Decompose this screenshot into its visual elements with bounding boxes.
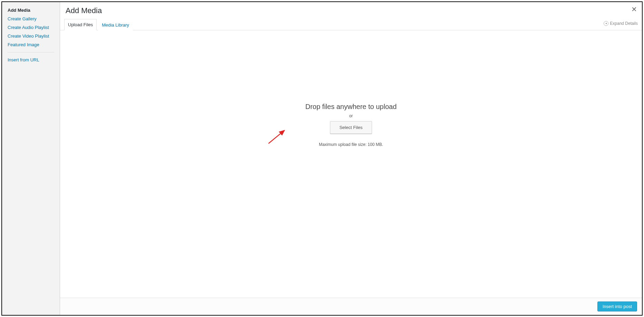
modal-footer: Insert into post	[60, 298, 642, 315]
upload-area[interactable]: Drop files anywhere to upload or Select …	[60, 30, 642, 298]
media-sidebar: Add Media Create Gallery Create Audio Pl…	[2, 2, 60, 315]
expand-details-label: Expand Details	[610, 21, 638, 26]
expand-arrow-icon: ◂	[604, 21, 608, 26]
tab-media-library[interactable]: Media Library	[98, 19, 133, 30]
tab-upload-files[interactable]: Upload Files	[64, 19, 97, 30]
insert-into-post-button[interactable]: Insert into post	[597, 301, 637, 311]
annotation-arrow-icon	[267, 128, 288, 145]
page-title: Add Media	[66, 6, 102, 15]
sidebar-item-create-audio-playlist[interactable]: Create Audio Playlist	[8, 25, 49, 30]
sidebar-item-create-video-playlist[interactable]: Create Video Playlist	[8, 33, 49, 39]
svg-line-1	[269, 130, 284, 143]
drop-or-label: or	[349, 113, 353, 118]
sidebar-list-below: Insert from URL	[8, 57, 54, 62]
sidebar-item-featured-image[interactable]: Featured Image	[8, 42, 39, 47]
expand-details-toggle[interactable]: ◂ Expand Details	[604, 21, 638, 28]
sidebar-separator	[8, 52, 54, 52]
main-header: Add Media ✕	[60, 2, 642, 19]
sidebar-heading: Add Media	[8, 8, 54, 13]
drop-instruction: Drop files anywhere to upload	[305, 103, 397, 111]
add-media-modal: Add Media Create Gallery Create Audio Pl…	[1, 1, 643, 316]
sidebar-list: Create Gallery Create Audio Playlist Cre…	[8, 16, 54, 47]
main-panel: Add Media ✕ Upload Files Media Library ◂…	[60, 2, 642, 315]
sidebar-item-create-gallery[interactable]: Create Gallery	[8, 16, 37, 21]
close-button[interactable]: ✕	[629, 4, 639, 14]
select-files-button[interactable]: Select Files	[330, 121, 372, 134]
sidebar-item-insert-from-url[interactable]: Insert from URL	[8, 57, 39, 62]
close-icon: ✕	[631, 6, 637, 13]
tab-row: Upload Files Media Library ◂ Expand Deta…	[60, 19, 642, 30]
max-upload-size: Maximum upload file size: 100 MB.	[319, 142, 383, 147]
